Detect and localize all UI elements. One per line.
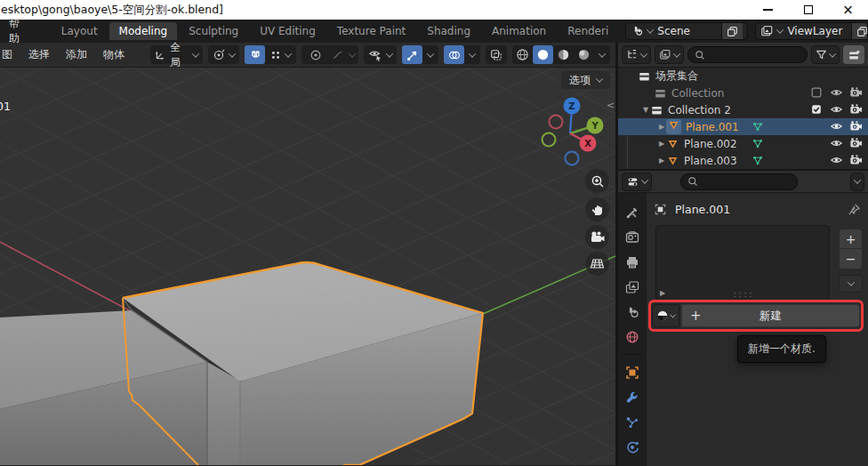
expand-arrow-icon[interactable]: ▶ bbox=[657, 140, 666, 148]
pan-button[interactable] bbox=[585, 197, 609, 221]
hide-eye-toggle[interactable] bbox=[830, 137, 843, 152]
exclude-checkbox[interactable] bbox=[810, 86, 823, 101]
slot-specials-dropdown[interactable] bbox=[839, 275, 863, 293]
row-collection[interactable]: Collection bbox=[618, 84, 868, 101]
row-plane-001[interactable]: ▶ Plane.001 bbox=[618, 118, 868, 135]
row-plane-003[interactable]: ▶ Plane.003 bbox=[618, 152, 868, 169]
exclude-checkbox[interactable] bbox=[810, 103, 823, 118]
render-camera-toggle[interactable] bbox=[849, 120, 863, 135]
help-menu[interactable]: 帮助 bbox=[0, 16, 36, 46]
tab-layout[interactable]: Layout bbox=[52, 22, 108, 40]
scene-unlink-button[interactable]: × bbox=[743, 25, 748, 37]
tab-modeling[interactable]: Modeling bbox=[109, 22, 178, 40]
tab-modifiers[interactable] bbox=[618, 385, 647, 410]
hide-eye-toggle[interactable] bbox=[830, 86, 843, 101]
expand-arrow-icon[interactable]: ▶ bbox=[660, 289, 665, 297]
tab-texture-paint[interactable]: Texture Paint bbox=[327, 22, 415, 40]
hide-eye-toggle[interactable] bbox=[830, 154, 843, 169]
show-overlays-toggle[interactable] bbox=[444, 45, 464, 64]
view-menu[interactable]: 图 bbox=[0, 47, 20, 62]
outliner-filter-dropdown[interactable] bbox=[811, 45, 840, 64]
slot-buttons: + − bbox=[839, 229, 863, 293]
tab-uv-editing[interactable]: UV Editing bbox=[250, 22, 326, 40]
tab-world[interactable] bbox=[618, 325, 647, 350]
tab-scene[interactable] bbox=[618, 300, 647, 325]
gizmo-neg-z-axis[interactable] bbox=[566, 152, 579, 165]
expand-arrow-icon[interactable]: ▶ bbox=[657, 123, 666, 131]
minimize-button[interactable] bbox=[748, 0, 788, 20]
row-plane-002[interactable]: ▶ Plane.002 bbox=[618, 135, 868, 152]
camera-view-button[interactable] bbox=[585, 225, 609, 249]
tab-sculpting[interactable]: Sculpting bbox=[179, 22, 248, 40]
gizmo-neg-y-axis[interactable] bbox=[542, 133, 556, 147]
expand-arrow-icon[interactable]: ▼ bbox=[641, 106, 650, 114]
render-camera-toggle[interactable] bbox=[849, 103, 863, 118]
outliner-search-input[interactable] bbox=[687, 46, 808, 63]
tab-particles[interactable] bbox=[618, 410, 647, 435]
select-menu[interactable]: 选择 bbox=[20, 47, 58, 62]
tab-tool[interactable] bbox=[618, 200, 647, 225]
shading-solid-button[interactable] bbox=[533, 45, 553, 64]
xray-toggle[interactable] bbox=[486, 45, 507, 64]
browse-material-button[interactable] bbox=[652, 304, 679, 327]
resize-grip[interactable]: : : : : bbox=[734, 290, 752, 299]
new-collection-button[interactable] bbox=[843, 45, 864, 64]
zoom-button[interactable] bbox=[585, 169, 609, 193]
tab-physics[interactable] bbox=[618, 435, 647, 460]
material-sphere-icon bbox=[557, 48, 570, 61]
pivot-dropdown[interactable] bbox=[208, 45, 239, 64]
tab-shading[interactable]: Shading bbox=[417, 22, 480, 40]
viewlayer-name[interactable]: ViewLayer bbox=[787, 25, 851, 37]
selectability-dropdown[interactable] bbox=[364, 45, 397, 64]
render-camera-toggle[interactable] bbox=[849, 137, 863, 152]
scene-browse-button[interactable] bbox=[626, 23, 657, 39]
hide-eye-toggle[interactable] bbox=[830, 120, 843, 135]
ortho-toggle-button[interactable] bbox=[585, 252, 609, 276]
tab-view-layer[interactable] bbox=[618, 275, 647, 300]
add-menu[interactable]: 添加 bbox=[58, 47, 95, 62]
expand-arrow-icon[interactable]: ▶ bbox=[657, 157, 666, 165]
show-gizmo-toggle[interactable] bbox=[402, 45, 422, 64]
render-camera-toggle[interactable] bbox=[849, 86, 863, 101]
snap-toggle[interactable] bbox=[245, 45, 265, 64]
material-slot-list[interactable]: ▶ : : : : bbox=[655, 225, 830, 301]
scene-duplicate-button[interactable] bbox=[721, 23, 743, 39]
outliner-editor-type-button[interactable] bbox=[622, 45, 651, 64]
row-collection-2[interactable]: ▼ Collection 2 bbox=[618, 101, 868, 118]
render-camera-toggle[interactable] bbox=[849, 154, 863, 169]
tab-output[interactable] bbox=[618, 250, 647, 275]
tab-render[interactable] bbox=[618, 225, 647, 250]
viewport-3d[interactable]: Z Y X 01 选项 < bbox=[0, 68, 615, 465]
close-button[interactable]: × bbox=[828, 0, 868, 20]
remove-material-slot-button[interactable]: − bbox=[839, 249, 863, 269]
sidebar-collapse-arrow[interactable]: < bbox=[607, 100, 615, 111]
tab-rendering[interactable]: Renderi bbox=[558, 22, 618, 40]
falloff-dropdown[interactable] bbox=[327, 45, 348, 64]
proportional-edit-toggle[interactable] bbox=[305, 45, 326, 64]
add-material-slot-button[interactable]: + bbox=[839, 229, 863, 249]
row-scene-collection[interactable]: 场景集合 bbox=[618, 68, 868, 84]
outliner-display-mode-button[interactable] bbox=[655, 45, 684, 64]
viewlayer-duplicate-button[interactable] bbox=[851, 23, 868, 39]
gizmo-neg-x-axis[interactable] bbox=[550, 116, 563, 129]
scene-name[interactable]: Scene bbox=[657, 25, 721, 37]
pin-icon[interactable] bbox=[848, 203, 861, 216]
object-menu[interactable]: 物体 bbox=[95, 47, 133, 62]
properties-options-dropdown[interactable] bbox=[850, 173, 864, 191]
snap-target-dropdown[interactable] bbox=[265, 45, 285, 64]
tooltip-text: 新增一个材质. bbox=[748, 342, 816, 355]
orientation-dropdown[interactable]: 全局 bbox=[150, 45, 203, 64]
hide-eye-toggle[interactable] bbox=[830, 103, 843, 118]
options-dropdown[interactable]: 选项 bbox=[561, 71, 610, 89]
viewlayer-browse-button[interactable] bbox=[756, 23, 787, 39]
maximize-button[interactable] bbox=[788, 0, 828, 20]
new-material-button[interactable]: + 新建 bbox=[681, 304, 860, 327]
shading-material-button[interactable] bbox=[553, 45, 574, 64]
properties-search-input[interactable] bbox=[680, 173, 798, 190]
tab-animation[interactable]: Animation bbox=[482, 22, 556, 40]
shading-rendered-button[interactable] bbox=[574, 45, 594, 64]
shading-wireframe-button[interactable] bbox=[512, 45, 533, 64]
chevron-down-icon bbox=[596, 75, 603, 82]
tab-object[interactable] bbox=[618, 360, 647, 385]
properties-editor-type-button[interactable] bbox=[622, 173, 652, 191]
